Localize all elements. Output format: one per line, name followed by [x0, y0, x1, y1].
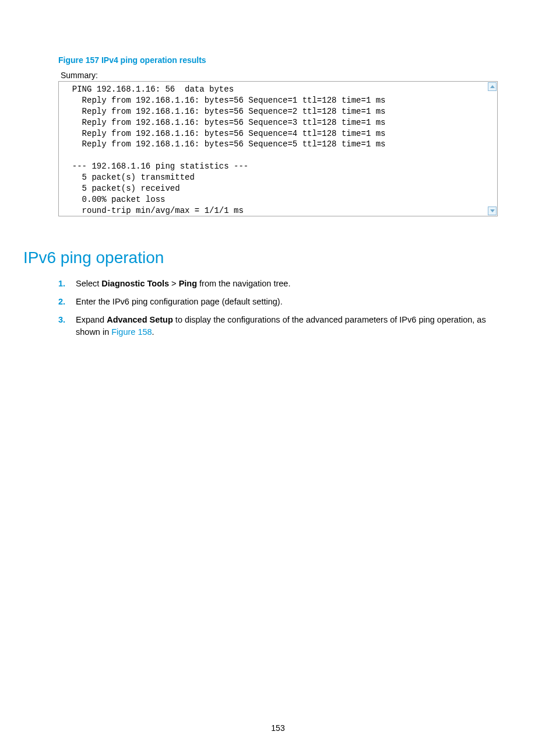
steps-list: Select Diagnostic Tools > Ping from the …: [58, 278, 498, 338]
step-text: Enter the IPv6 ping configuration page (…: [76, 297, 283, 306]
ping-output: PING 192.168.1.16: 56 data bytes Reply f…: [59, 82, 497, 219]
figure-caption: Figure 157 IPv4 ping operation results: [58, 55, 498, 65]
section-heading: IPv6 ping operation: [23, 249, 498, 267]
advanced-setup-label: Advanced Setup: [107, 315, 173, 324]
summary-label: Summary:: [61, 71, 498, 80]
step-3: Expand Advanced Setup to display the con…: [58, 314, 498, 338]
step-text: >: [169, 279, 179, 288]
scroll-down-button[interactable]: [488, 206, 497, 215]
step-text: Select: [76, 279, 101, 288]
scroll-up-button[interactable]: [488, 82, 497, 91]
nav-ping: Ping: [179, 279, 197, 288]
step-text: Expand: [76, 315, 107, 324]
figure-link[interactable]: Figure 158: [111, 327, 152, 337]
step-1: Select Diagnostic Tools > Ping from the …: [58, 278, 498, 290]
step-text: from the navigation tree.: [197, 279, 290, 288]
summary-box: PING 192.168.1.16: 56 data bytes Reply f…: [58, 81, 498, 216]
step-text: .: [152, 327, 154, 337]
page-number: 153: [0, 723, 556, 733]
nav-diagnostic-tools: Diagnostic Tools: [101, 279, 169, 288]
step-2: Enter the IPv6 ping configuration page (…: [58, 296, 498, 308]
